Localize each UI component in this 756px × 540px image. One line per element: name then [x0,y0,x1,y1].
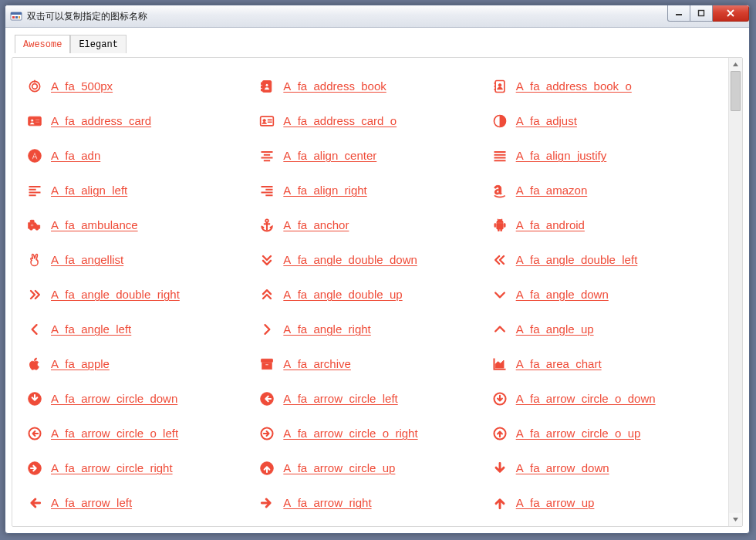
icon-item-angle-up[interactable]: A_fa_angle_up [491,312,721,346]
svg-point-23 [31,119,34,122]
svg-line-57 [501,218,502,220]
icon-item-address-card-o[interactable]: A_fa_address_card_o [258,103,488,138]
icon-grid: A_fa_500pxA_fa_address_bookA_fa_address_… [12,58,728,526]
window-title: 双击可以复制指定的图标名称 [27,10,147,23]
address-card-icon [26,113,43,130]
scroll-down-arrow-icon[interactable] [729,513,742,526]
icon-item-arrow-circle-o-down[interactable]: A_fa_arrow_circle_o_down [491,381,721,416]
ambulance-icon [26,217,43,234]
svg-rect-4 [19,16,20,19]
icon-label: A_fa_align_justify [516,149,607,162]
icon-item-arrow-circle-up[interactable]: A_fa_arrow_circle_up [258,451,488,485]
arrow-circle-o-down-icon [491,390,508,407]
angle-right-icon [258,321,275,338]
arrow-up-icon [491,494,508,511]
icon-label: A_fa_angellist [51,253,123,266]
icon-label: A_fa_archive [283,357,351,370]
icon-item-angellist[interactable]: A_fa_angellist [26,242,255,277]
svg-rect-14 [262,83,263,85]
icon-item-angle-down[interactable]: A_fa_angle_down [491,277,721,312]
svg-rect-55 [504,223,505,227]
tab-awesome[interactable]: Awesome [15,35,70,53]
archive-icon [258,356,275,373]
titlebar[interactable]: 双击可以复制指定的图标名称 [5,5,749,28]
icon-item-arrow-circle-o-right[interactable]: A_fa_arrow_circle_o_right [258,416,488,451]
vertical-scrollbar[interactable] [728,58,742,526]
icon-item-align-justify[interactable]: A_fa_align_justify [491,138,721,173]
client-area: Awesome Elegant A_fa_500pxA_fa_address_b… [5,28,749,533]
icon-item-angle-double-down[interactable]: A_fa_angle_double_down [258,242,488,277]
icon-item-align-center[interactable]: A_fa_align_center [258,138,488,173]
svg-rect-58 [262,359,273,362]
svg-rect-15 [262,86,263,88]
icon-item-500px[interactable]: A_fa_500px [26,69,255,103]
icon-label: A_fa_arrow_circle_right [51,461,173,474]
icon-item-anchor[interactable]: A_fa_anchor [258,208,488,242]
svg-rect-50 [31,224,34,226]
tab-elegant[interactable]: Elegant [70,35,126,53]
arrow-circle-up-icon [258,460,275,477]
svg-rect-24 [35,119,40,120]
icon-label: A_fa_angle_down [516,288,609,301]
svg-point-13 [265,83,268,86]
icon-item-area-chart[interactable]: A_fa_area_chart [491,346,721,381]
icon-item-arrow-circle-left[interactable]: A_fa_arrow_circle_left [258,381,488,416]
align-center-icon [258,147,275,164]
icon-item-arrow-circle-o-left[interactable]: A_fa_arrow_circle_o_left [26,416,255,451]
icon-item-arrow-left[interactable]: A_fa_arrow_left [26,485,255,520]
adjust-icon [491,113,508,130]
align-justify-icon [491,147,508,164]
icon-label: A_fa_align_right [283,184,366,197]
icon-item-arrow-down[interactable]: A_fa_arrow_down [491,451,721,485]
icon-item-angle-left[interactable]: A_fa_angle_left [26,312,255,346]
icon-item-arrow-circle-o-up[interactable]: A_fa_arrow_circle_o_up [491,416,721,451]
svg-point-51 [265,219,268,222]
svg-rect-2 [12,16,15,19]
icon-label: A_fa_arrow_up [516,496,595,509]
icon-label: A_fa_adn [51,149,100,162]
angle-up-icon [491,321,508,338]
arrow-circle-left-icon [258,390,275,407]
icon-item-archive[interactable]: A_fa_archive [258,346,488,381]
icon-item-align-right[interactable]: A_fa_align_right [258,173,488,208]
icon-item-arrow-right[interactable]: A_fa_arrow_right [258,485,488,520]
scroll-thumb[interactable] [731,71,741,111]
icon-item-amazon[interactable]: A_fa_amazon [491,173,721,208]
minimize-button[interactable] [667,5,690,22]
icon-label: A_fa_align_left [51,184,127,197]
icon-item-address-book[interactable]: A_fa_address_book [258,69,488,103]
icon-item-adn[interactable]: A_fa_adn [26,138,255,173]
icon-label: A_fa_arrow_circle_o_right [283,427,417,440]
icon-item-ambulance[interactable]: A_fa_ambulance [26,208,255,242]
icon-item-adjust[interactable]: A_fa_adjust [491,103,721,138]
scroll-track[interactable] [729,71,742,513]
icon-item-arrow-up[interactable]: A_fa_arrow_up [491,485,721,520]
icon-item-angle-double-left[interactable]: A_fa_angle_double_left [491,242,721,277]
icon-item-angle-double-up[interactable]: A_fa_angle_double_up [258,277,488,312]
arrow-circle-o-right-icon [258,425,275,442]
icon-item-align-left[interactable]: A_fa_align_left [26,173,255,208]
icon-item-arrow-circle-right[interactable]: A_fa_arrow_circle_right [26,451,255,485]
adn-icon [26,147,43,164]
scroll-up-arrow-icon[interactable] [729,58,742,71]
icon-label: A_fa_arrow_right [283,496,371,509]
icon-item-android[interactable]: A_fa_android [491,208,721,242]
angellist-icon [26,251,43,268]
app-icon [10,10,22,22]
icon-item-arrow-circle-down[interactable]: A_fa_arrow_circle_down [26,381,255,416]
icon-label: A_fa_arrow_circle_o_left [51,427,178,440]
maximize-button[interactable] [690,5,713,22]
window-buttons [667,5,749,22]
icon-item-apple[interactable]: A_fa_apple [26,346,255,381]
icon-item-address-card[interactable]: A_fa_address_card [26,103,255,138]
icon-label: A_fa_arrow_down [516,461,609,474]
icon-item-angle-double-right[interactable]: A_fa_angle_double_right [26,277,255,312]
icon-label: A_fa_angle_double_up [283,288,402,301]
icon-item-angle-right[interactable]: A_fa_angle_right [258,312,488,346]
area-chart-icon [491,356,508,373]
address-book-o-icon [491,78,508,95]
icon-item-address-book-o[interactable]: A_fa_address_book_o [491,69,721,103]
icon-grid-panel: A_fa_500pxA_fa_address_bookA_fa_address_… [12,57,743,527]
close-button[interactable] [713,5,749,22]
arrow-circle-down-icon [26,390,43,407]
